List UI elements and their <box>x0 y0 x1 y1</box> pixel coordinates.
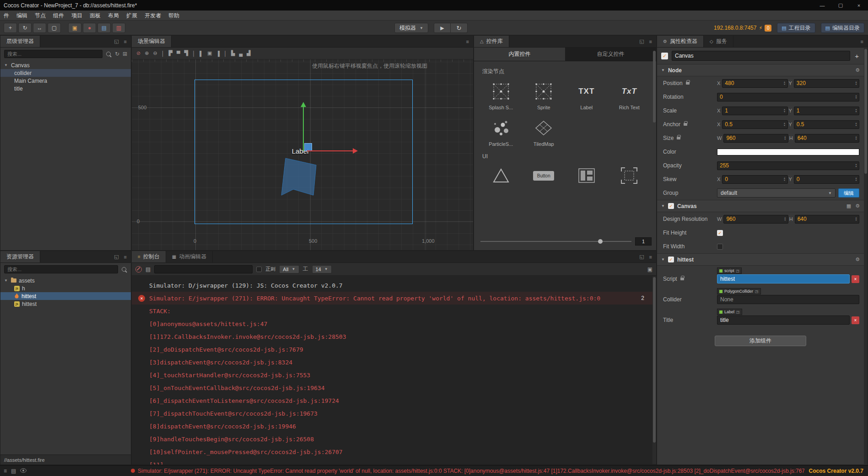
hittest-enabled-checkbox[interactable]: ✓ <box>668 257 674 262</box>
console-line[interactable]: × [4]_touchStartHandler@src/cocos2d-jsb.… <box>132 369 652 381</box>
script-value-input[interactable] <box>717 274 850 283</box>
caret-down-icon[interactable]: ▼ <box>4 278 9 283</box>
log-level-dropdown[interactable]: All ▼ <box>279 265 299 273</box>
menu-item[interactable]: 布局 <box>104 11 123 21</box>
size-h-input[interactable] <box>795 135 854 141</box>
anchor-x-input[interactable] <box>722 121 782 128</box>
size-w-input[interactable] <box>724 135 782 141</box>
library-item-layout[interactable] <box>565 165 608 186</box>
section-node[interactable]: ▼ Node ⚙ <box>657 64 864 76</box>
remove-title-button[interactable]: × <box>852 316 859 324</box>
scene-tool-icon[interactable]: ▟ <box>247 50 250 56</box>
fit-height-checkbox[interactable]: ✓ <box>717 230 723 236</box>
library-item-particlesystem[interactable]: ParticleS... <box>480 118 523 147</box>
polygon-collider-shape[interactable] <box>279 157 320 199</box>
scene-viewport[interactable]: 使用鼠标右键平移视窗焦点，使用滚轮缩放视图 500 0 0 500 1,000 … <box>132 59 473 250</box>
transform-tool-button[interactable]: ↻ <box>18 23 32 33</box>
panel-menu-icon[interactable]: ≡ <box>649 39 652 44</box>
console-line[interactable]: × [10]selfPointer._mousePressed@src/coco… <box>132 445 652 458</box>
regex-checkbox[interactable] <box>256 267 262 272</box>
menu-item[interactable]: 开发者 <box>141 11 165 21</box>
scene-tool-icon[interactable]: ▣ <box>207 50 212 56</box>
console-line[interactable]: × [7]_dispatchTouchEvent@src/cocos2d-jsb… <box>132 407 652 420</box>
simulator-dropdown[interactable]: 模拟器 ▼ <box>394 23 428 33</box>
console-line[interactable]: × [3]dispatchEvent@src/cocos2d-jsb.js:83… <box>132 356 652 369</box>
library-item-button[interactable]: Button <box>523 165 566 186</box>
scene-tool-icon[interactable]: ▐ <box>216 51 220 56</box>
group-edit-button[interactable]: 编辑 <box>838 188 859 198</box>
toolbar-misc-button[interactable]: ● <box>83 23 96 33</box>
design-h-input[interactable] <box>795 216 854 222</box>
toolbar-misc-button[interactable]: ▥ <box>112 23 125 33</box>
section-hittest[interactable]: ▼ ✓ hittest ⚙ <box>657 253 864 266</box>
caret-down-icon[interactable]: ▼ <box>4 63 9 67</box>
console-line[interactable]: × [2]_doDispatchEvent@src/cocos2d-jsb.js… <box>132 343 652 356</box>
hierarchy-search-input[interactable] <box>4 50 102 58</box>
fit-width-checkbox[interactable] <box>717 244 723 250</box>
popout-icon[interactable]: ◱ <box>639 38 644 44</box>
library-item-sprite[interactable]: Sprite <box>523 81 566 110</box>
transform-tool-button[interactable]: ▢ <box>48 23 61 33</box>
menu-item[interactable]: 项目 <box>68 11 86 21</box>
menu-item[interactable]: 扩展 <box>123 11 141 21</box>
remove-script-button[interactable]: × <box>852 275 859 283</box>
transform-tool-button[interactable]: ↔ <box>33 23 46 33</box>
panel-menu-icon[interactable]: ≡ <box>649 254 652 260</box>
hierarchy-tab[interactable]: 层级管理器 <box>0 36 40 47</box>
node-name-input[interactable] <box>672 51 850 61</box>
services-tab[interactable]: ◇ 服务 <box>704 36 733 47</box>
assets-search-input[interactable] <box>4 265 118 273</box>
scene-tool-icon[interactable]: ⊖ <box>153 50 157 56</box>
console-line[interactable]: × [11] <box>132 458 652 465</box>
library-item-tiledmap[interactable]: TiledMap <box>523 118 566 147</box>
log-list-icon[interactable]: ≡ <box>4 468 7 474</box>
gear-icon[interactable]: ⚙ <box>855 67 860 73</box>
library-item-splash[interactable]: Splash S... <box>480 81 523 110</box>
design-w-input[interactable] <box>724 216 782 222</box>
scene-tool-icon[interactable]: │ <box>192 51 195 56</box>
clear-console-icon[interactable] <box>135 266 142 273</box>
console-line[interactable]: × [5]_onTouchEventCallback@src/cocos2d-j… <box>132 381 652 394</box>
gear-icon[interactable]: ⚙ <box>855 203 860 209</box>
gizmo-x-axis[interactable] <box>307 150 353 151</box>
maximize-button[interactable]: ▢ <box>831 0 850 11</box>
scene-tab[interactable]: 场景编辑器 <box>132 36 172 47</box>
minimize-button[interactable]: — <box>813 0 831 11</box>
add-component-button[interactable]: 添加组件 <box>715 336 806 346</box>
scale-y-input[interactable] <box>794 107 854 114</box>
menu-item[interactable]: 组件 <box>49 11 68 21</box>
play-button[interactable]: ▶ <box>434 23 451 33</box>
transform-tool-button[interactable]: + <box>4 23 17 33</box>
section-canvas[interactable]: ▼ ✓ Canvas ▦ ⚙ <box>657 200 864 212</box>
zoom-slider-thumb[interactable] <box>598 239 603 244</box>
inspector-tab[interactable]: ⚙ 属性检查器 <box>657 36 704 47</box>
opacity-input[interactable] <box>717 162 854 169</box>
tab-builtin-controls[interactable]: 内置控件 <box>474 48 565 61</box>
scene-tool-icon[interactable]: ▜ <box>184 50 188 56</box>
close-button[interactable]: × <box>850 0 868 11</box>
console-line[interactable]: × [6]_dispatchEventToListeners@src/cocos… <box>132 394 652 407</box>
animation-editor-tab[interactable]: ▦ 动画编辑器 <box>166 251 213 262</box>
rotation-input[interactable] <box>717 94 854 100</box>
panel-menu-icon[interactable]: ≡ <box>861 39 863 44</box>
menu-item[interactable]: 节点 <box>31 11 49 21</box>
font-size-dropdown[interactable]: 14 ▼ <box>312 265 332 273</box>
console-line[interactable]: × STACK: <box>132 305 652 317</box>
collider-value-input[interactable] <box>717 295 859 304</box>
panel-menu-icon[interactable]: ≡ <box>466 39 469 44</box>
gizmo-y-axis[interactable] <box>303 107 304 151</box>
scene-tool-icon[interactable]: │ <box>224 51 227 56</box>
scene-tool-icon[interactable]: ▛ <box>169 50 173 56</box>
asset-item-hittest-js[interactable]: js hittest <box>0 300 131 308</box>
asset-item-h[interactable]: js h <box>0 284 131 292</box>
console-layout-icon[interactable]: ▣ <box>647 266 652 273</box>
assets-tab[interactable]: 资源管理器 <box>0 251 40 262</box>
scene-tool-icon[interactable]: ▙ <box>231 50 235 56</box>
gizmo-anchor-handle[interactable] <box>304 143 312 151</box>
toolbar-misc-button[interactable]: ▤ <box>97 23 111 33</box>
console-tab[interactable]: ≡ 控制台 <box>132 251 166 262</box>
console-line[interactable]: × [0]anonymous@assets/hittest.js:47 <box>132 317 652 330</box>
popout-icon[interactable]: ◱ <box>639 254 644 260</box>
library-zoom-slider[interactable] <box>480 241 631 242</box>
library-item-widget[interactable] <box>608 165 651 186</box>
